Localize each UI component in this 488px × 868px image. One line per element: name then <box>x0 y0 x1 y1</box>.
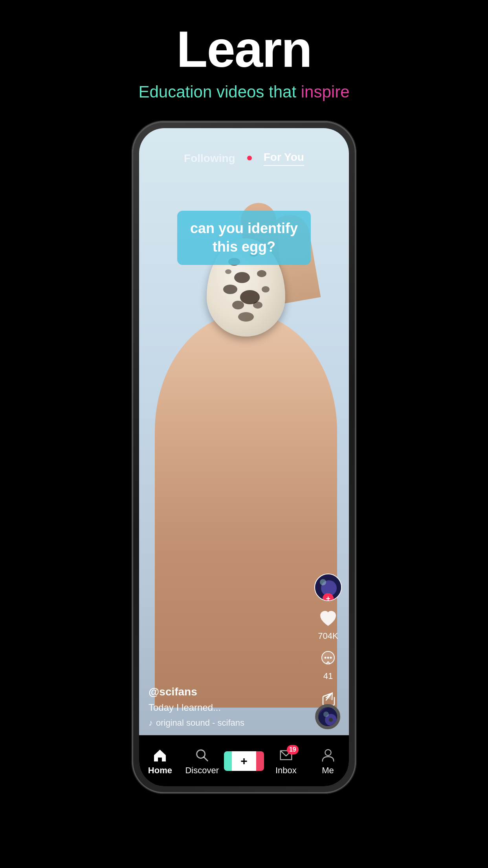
like-action[interactable]: 704K <box>317 608 339 641</box>
svg-line-23 <box>204 757 208 761</box>
svg-point-10 <box>253 302 262 309</box>
phone-wrapper: Following For You can you identify this … <box>132 121 356 793</box>
svg-point-15 <box>325 657 327 659</box>
egg-visual <box>163 215 329 708</box>
svg-point-17 <box>330 657 332 659</box>
heart-svg <box>318 609 338 629</box>
hand-background <box>155 313 337 708</box>
sound-name: original sound - scifans <box>156 718 244 728</box>
creator-name[interactable]: @scifans <box>149 686 310 698</box>
creator-avatar[interactable]: + <box>314 574 342 601</box>
plus-icon: + <box>240 754 248 768</box>
profile-icon <box>319 747 338 764</box>
heart-icon <box>317 608 339 629</box>
comment-svg <box>318 649 338 669</box>
video-description: Today I learned... <box>149 702 310 713</box>
right-sidebar: + 704K <box>314 574 342 721</box>
music-note-icon: ♪ <box>149 718 153 728</box>
follow-plus-badge[interactable]: + <box>323 593 334 601</box>
comment-icon <box>317 648 339 669</box>
nav-inbox[interactable]: 19 Inbox <box>265 747 307 776</box>
svg-point-16 <box>327 657 329 659</box>
feed-tabs: Following For You <box>139 151 349 166</box>
create-button[interactable]: + <box>226 751 262 771</box>
subtitle-highlight: inspire <box>301 83 350 101</box>
top-section: Learn Education videos that inspire <box>0 0 488 117</box>
comment-action[interactable]: 41 <box>317 648 339 681</box>
notification-dot <box>247 156 252 160</box>
subtitle: Education videos that inspire <box>138 83 349 101</box>
video-text-overlay: can you identify this egg? <box>139 211 349 265</box>
phone-screen[interactable]: Following For You can you identify this … <box>139 128 349 786</box>
bottom-navbar: Home Discover + <box>139 735 349 786</box>
nav-create[interactable]: + <box>223 751 265 771</box>
music-disk <box>315 704 340 729</box>
nav-discover[interactable]: Discover <box>181 747 223 776</box>
nav-home[interactable]: Home <box>139 747 181 776</box>
svg-point-21 <box>329 718 333 722</box>
svg-point-9 <box>225 269 231 274</box>
for-you-tab[interactable]: For You <box>264 151 304 166</box>
svg-point-2 <box>234 272 250 283</box>
avatar-image <box>315 574 342 601</box>
svg-point-24 <box>325 749 331 755</box>
svg-point-4 <box>223 285 237 294</box>
home-svg <box>152 747 168 763</box>
video-bottom-info: @scifans Today I learned... ♪ original s… <box>149 686 310 728</box>
svg-point-13 <box>320 579 326 585</box>
discover-label: Discover <box>185 765 219 776</box>
video-caption: can you identify this egg? <box>190 220 298 255</box>
search-svg <box>194 748 209 763</box>
inbox-label: Inbox <box>275 765 297 776</box>
home-icon <box>150 747 169 764</box>
svg-point-8 <box>238 312 254 322</box>
like-count: 704K <box>318 631 338 641</box>
svg-point-6 <box>232 301 244 309</box>
comment-count: 41 <box>323 671 333 681</box>
svg-point-7 <box>262 286 270 292</box>
home-label: Home <box>148 765 172 776</box>
caption-box: can you identify this egg? <box>177 211 311 265</box>
svg-point-20 <box>323 712 329 717</box>
search-icon <box>193 747 211 764</box>
me-label: Me <box>322 765 334 776</box>
page-title: Learn <box>176 24 312 75</box>
profile-svg <box>321 748 336 763</box>
inbox-icon: 19 <box>277 747 295 764</box>
svg-point-3 <box>257 270 266 277</box>
inbox-badge: 19 <box>287 745 299 754</box>
following-tab[interactable]: Following <box>184 152 235 165</box>
subtitle-text: Education videos that <box>138 83 301 101</box>
nav-me[interactable]: Me <box>307 747 349 776</box>
sound-info[interactable]: ♪ original sound - scifans <box>149 718 310 728</box>
